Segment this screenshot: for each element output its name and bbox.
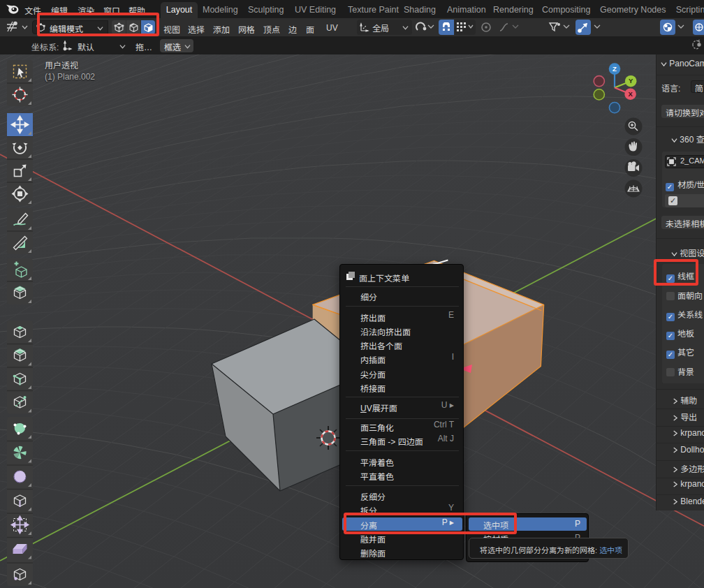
svg-text:X: X (628, 90, 633, 98)
svg-text:Y: Y (629, 77, 633, 84)
svg-text:Z: Z (613, 65, 617, 73)
